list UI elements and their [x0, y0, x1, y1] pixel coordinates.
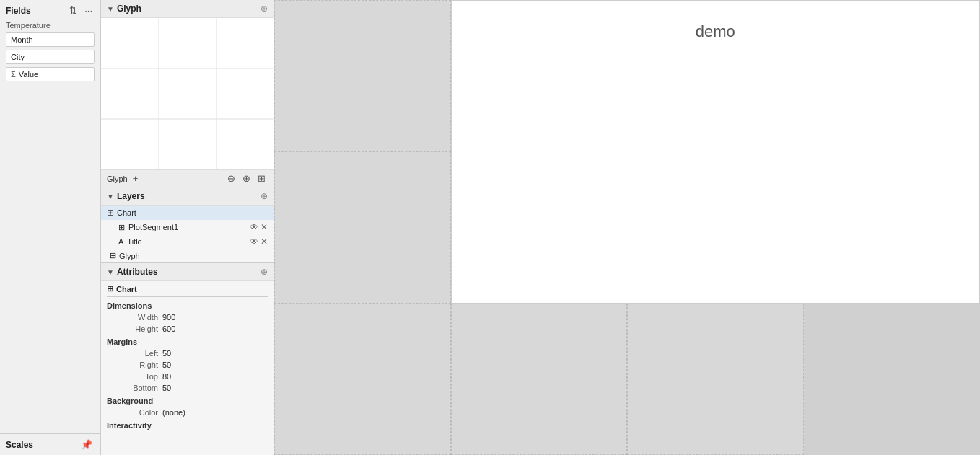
- height-row: Height 600: [101, 323, 274, 335]
- color-label: Color: [118, 408, 158, 417]
- top-row: Top 80: [101, 371, 274, 382]
- title-icons: 👁 ✕: [250, 237, 268, 247]
- main-canvas-area: demo: [274, 0, 980, 455]
- glyph-add-button[interactable]: +: [131, 172, 141, 185]
- attributes-header-left: ▼ Attributes: [107, 267, 158, 277]
- layer-title-left: A Title: [118, 237, 142, 246]
- field-month-label: Month: [11, 35, 33, 44]
- glyph-toolbar: Glyph + ⊖ ⊕ ⊞: [101, 169, 274, 187]
- plotsegment-label: PlotSegment1: [128, 223, 178, 231]
- title-layer-label: Title: [127, 237, 141, 246]
- width-label: Width: [118, 313, 158, 322]
- fields-title: Fields: [6, 6, 31, 16]
- fields-icons: ⇅ ···: [67, 4, 95, 17]
- fields-sort-button[interactable]: ⇅: [67, 4, 79, 17]
- glyph-toolbar-label: Glyph: [107, 175, 128, 183]
- attributes-title: Attributes: [117, 267, 158, 277]
- height-value: 600: [162, 324, 175, 333]
- right-label: Right: [118, 361, 158, 369]
- glyph-pin-icon[interactable]: ⊕: [261, 4, 268, 14]
- left-panel: Fields ⇅ ··· Temperature Month City Σ Va…: [0, 0, 101, 455]
- layer-chart-item[interactable]: ⊞ Chart: [101, 206, 274, 220]
- right-row: Right 50: [101, 359, 274, 371]
- top-value: 80: [162, 372, 171, 381]
- attributes-pin-icon[interactable]: ⊕: [261, 267, 268, 277]
- attributes-chart-icon: ⊞: [107, 284, 113, 293]
- right-value: 50: [162, 361, 171, 369]
- field-city[interactable]: City: [6, 50, 95, 64]
- main-chart-canvas: demo: [451, 0, 981, 304]
- height-label: Height: [118, 324, 158, 333]
- layers-title: Layers: [117, 191, 145, 201]
- bottom-label: Bottom: [118, 384, 158, 392]
- glyph-grid-svg: [101, 18, 274, 169]
- layer-glyph-item[interactable]: ⊞ Glyph: [101, 249, 274, 262]
- glyph-canvas: [101, 18, 274, 169]
- attributes-chart-text: Chart: [116, 285, 137, 293]
- layers-section-header: ▼ Layers ⊕: [101, 187, 274, 206]
- middle-panel: ▼ Glyph ⊕ Glyph + ⊖ ⊕ ⊞: [101, 0, 274, 455]
- layer-plotsegment1[interactable]: ⊞ PlotSegment1 👁 ✕: [101, 220, 274, 234]
- sigma-icon: Σ: [11, 70, 16, 79]
- glyph-title: Glyph: [117, 4, 141, 14]
- background-label: Background: [101, 394, 274, 407]
- attributes-section: ▼ Attributes ⊕ ⊞ Chart Dimensions Width …: [101, 263, 274, 455]
- canvas-cell-2: [274, 151, 451, 303]
- canvas-cell-3: [274, 304, 451, 455]
- scales-section: Scales 📌: [0, 433, 100, 455]
- field-month[interactable]: Month: [6, 32, 95, 47]
- dimensions-label: Dimensions: [101, 299, 274, 312]
- canvas-cell-4: [451, 304, 628, 455]
- zoom-in-button[interactable]: ⊕: [240, 172, 253, 185]
- fields-more-button[interactable]: ···: [82, 4, 95, 17]
- chart-layer-label: Chart: [117, 208, 136, 217]
- chart-layer-icon: ⊞: [107, 208, 114, 218]
- canvas-cell-5: [627, 304, 804, 455]
- glyph-toolbar-right: ⊖ ⊕ ⊞: [225, 172, 268, 185]
- field-group-label: Temperature: [0, 19, 100, 31]
- zoom-fit-button[interactable]: ⊞: [255, 172, 268, 185]
- glyph-section-header: ▼ Glyph ⊕: [101, 0, 274, 18]
- top-label: Top: [118, 372, 158, 381]
- plotsegment-delete-button[interactable]: ✕: [261, 222, 268, 232]
- left-value: 50: [162, 349, 171, 358]
- layers-chevron-icon: ▼: [107, 193, 114, 200]
- bottom-row: Bottom 50: [101, 382, 274, 394]
- width-row: Width 900: [101, 312, 274, 323]
- canvas-cell-1: [274, 0, 451, 151]
- field-city-label: City: [11, 53, 25, 61]
- scales-pin-button[interactable]: 📌: [79, 438, 95, 451]
- field-value[interactable]: Σ Value: [6, 67, 95, 81]
- layer-plotsegment1-left: ⊞ PlotSegment1: [118, 223, 178, 232]
- interactivity-label: Interactivity: [101, 418, 274, 431]
- color-row: Color (none): [101, 407, 274, 418]
- field-value-label: Value: [19, 70, 38, 79]
- plotsegment-icons: 👁 ✕: [250, 222, 268, 232]
- layers-pin-icon[interactable]: ⊕: [261, 191, 268, 201]
- attributes-separator: [107, 296, 268, 297]
- attributes-chart-label: ⊞ Chart: [101, 281, 274, 295]
- glyph-toolbar-left: Glyph +: [107, 172, 140, 185]
- demo-label: demo: [696, 22, 735, 41]
- plotsegment-eye-button[interactable]: 👁: [250, 222, 258, 232]
- glyph-layer-label: Glyph: [119, 252, 140, 260]
- plotsegment-icon: ⊞: [118, 223, 125, 232]
- width-value: 900: [162, 313, 175, 322]
- glyph-header-left: ▼ Glyph: [107, 4, 141, 14]
- fields-header: Fields ⇅ ···: [0, 0, 100, 19]
- zoom-out-button[interactable]: ⊖: [225, 172, 237, 185]
- title-layer-icon: A: [118, 237, 123, 246]
- scales-title: Scales: [6, 440, 33, 450]
- attributes-section-header: ▼ Attributes ⊕: [101, 263, 274, 281]
- glyph-layer-icon: ⊞: [110, 251, 116, 260]
- layers-header-left: ▼ Layers: [107, 191, 145, 201]
- attributes-chevron-icon: ▼: [107, 268, 114, 276]
- title-delete-button[interactable]: ✕: [261, 237, 268, 247]
- title-eye-button[interactable]: 👁: [250, 237, 258, 247]
- glyph-chevron-icon: ▼: [107, 5, 114, 13]
- layer-title[interactable]: A Title 👁 ✕: [101, 234, 274, 249]
- left-label: Left: [118, 349, 158, 358]
- layers-section: ▼ Layers ⊕ ⊞ Chart ⊞ PlotSegment1 👁 ✕ A: [101, 187, 274, 263]
- glyph-section: ▼ Glyph ⊕ Glyph + ⊖ ⊕ ⊞: [101, 0, 274, 187]
- left-row: Left 50: [101, 348, 274, 359]
